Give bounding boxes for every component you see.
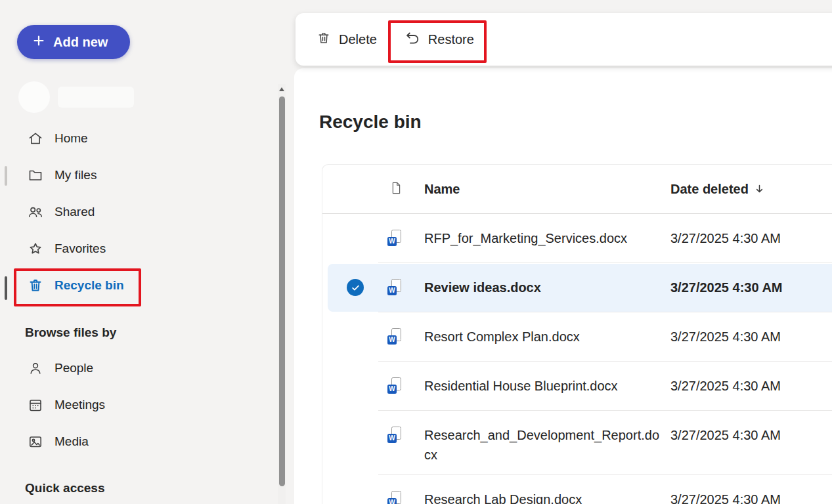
delete-label: Delete bbox=[339, 32, 377, 47]
date-deleted-value: 3/27/2025 4:30 AM bbox=[670, 312, 781, 346]
word-file-icon: W bbox=[387, 279, 401, 295]
sidebar-scrollbar[interactable] bbox=[278, 84, 286, 504]
restore-button[interactable]: Restore bbox=[397, 21, 482, 58]
file-type-cell: W bbox=[378, 475, 424, 504]
page-title: Recycle bin bbox=[319, 109, 422, 135]
home-icon bbox=[28, 131, 43, 146]
header-file-type-cell[interactable] bbox=[378, 165, 424, 198]
file-row[interactable]: W RFP_for_Marketing_Services.docx 3/27/2… bbox=[322, 214, 832, 263]
date-deleted-value: 3/27/2025 4:30 AM bbox=[670, 362, 781, 396]
word-file-icon-letter: W bbox=[387, 237, 397, 246]
main-content: Recycle bin Name Date deleted bbox=[294, 68, 832, 504]
word-file-icon-letter: W bbox=[387, 385, 397, 394]
sidebar-item-label: My files bbox=[55, 168, 97, 182]
word-file-icon: W bbox=[387, 377, 401, 394]
add-new-label: Add new bbox=[53, 35, 108, 50]
date-deleted-value: 3/27/2025 4:30 AM bbox=[670, 411, 781, 445]
word-file-icon-letter: W bbox=[387, 434, 397, 443]
sidebar-item-label: People bbox=[55, 361, 93, 375]
column-header-date-deleted[interactable]: Date deleted bbox=[670, 165, 764, 199]
sidebar-item-media[interactable]: Media bbox=[0, 423, 250, 460]
word-file-icon-letter: W bbox=[387, 498, 397, 504]
file-row[interactable]: W Review ideas.docx 3/27/2025 4:30 AM bbox=[322, 263, 832, 312]
file-name: Resort Complex Plan.docx bbox=[424, 312, 670, 357]
quick-access-header: Quick access bbox=[25, 478, 250, 498]
file-row[interactable]: W Residential House Blueprint.docx 3/27/… bbox=[322, 362, 832, 411]
date-deleted-value: 3/27/2025 4:30 AM bbox=[670, 214, 781, 248]
document-icon bbox=[391, 186, 402, 197]
scroll-up-arrow-icon[interactable] bbox=[279, 87, 284, 91]
sort-descending-icon bbox=[755, 179, 764, 199]
sidebar-item-label: Home bbox=[55, 131, 88, 146]
word-file-icon: W bbox=[387, 328, 401, 345]
browse-files-by-header: Browse files by bbox=[25, 323, 250, 343]
sidebar-item-recycle-bin[interactable]: Recycle bin bbox=[0, 267, 250, 304]
selection-cell[interactable] bbox=[322, 362, 378, 377]
selection-cell[interactable] bbox=[322, 312, 378, 328]
folder-icon bbox=[28, 167, 43, 183]
word-file-icon-letter: W bbox=[387, 286, 397, 295]
column-header-date-label: Date deleted bbox=[670, 179, 749, 199]
star-icon bbox=[28, 241, 43, 257]
file-type-cell: W bbox=[378, 312, 424, 345]
file-type-cell: W bbox=[378, 263, 424, 295]
media-icon bbox=[28, 434, 43, 450]
selection-cell[interactable] bbox=[322, 263, 378, 296]
column-header-name[interactable]: Name bbox=[424, 165, 670, 199]
sidebar-item-label: Meetings bbox=[55, 398, 105, 412]
word-file-icon: W bbox=[387, 427, 401, 443]
file-type-cell: W bbox=[378, 362, 424, 394]
selection-check-icon[interactable] bbox=[347, 279, 364, 296]
sidebar-item-my-files[interactable]: My files bbox=[0, 157, 250, 194]
file-name: Residential House Blueprint.docx bbox=[424, 362, 670, 406]
restore-label: Restore bbox=[428, 32, 474, 47]
table-header-row: Name Date deleted bbox=[322, 165, 832, 214]
sidebar-nav: Home My files Shared Favorites Recycle b… bbox=[0, 120, 250, 304]
recycle-bin-icon bbox=[28, 278, 43, 293]
add-new-button[interactable]: Add new bbox=[17, 25, 130, 59]
sidebar-item-home[interactable]: Home bbox=[0, 120, 250, 157]
people-icon bbox=[28, 204, 43, 220]
profile-skeleton-bar bbox=[58, 87, 134, 108]
toolbar: Delete Restore bbox=[296, 13, 832, 66]
file-type-cell: W bbox=[378, 214, 424, 246]
sidebar-item-meetings[interactable]: Meetings bbox=[0, 387, 250, 423]
file-list: W RFP_for_Marketing_Services.docx 3/27/2… bbox=[322, 214, 832, 504]
file-type-cell: W bbox=[378, 411, 424, 443]
person-icon bbox=[28, 360, 43, 376]
word-file-icon: W bbox=[387, 230, 401, 246]
date-deleted-value: 3/27/2025 4:30 AM bbox=[670, 263, 782, 297]
sidebar-item-label: Media bbox=[55, 434, 89, 449]
plus-icon bbox=[32, 33, 46, 51]
sidebar-item-label: Recycle bin bbox=[55, 278, 124, 293]
profile-skeleton-circle bbox=[18, 81, 50, 113]
file-name: Research_and_Development_Report.docx bbox=[424, 411, 670, 475]
file-name: Review ideas.docx bbox=[424, 263, 670, 308]
sidebar: Add new Home My files Shared bbox=[0, 0, 278, 504]
word-file-icon-letter: W bbox=[387, 335, 397, 345]
sidebar-item-people[interactable]: People bbox=[0, 350, 250, 387]
sidebar-item-favorites[interactable]: Favorites bbox=[0, 230, 250, 267]
selection-cell[interactable] bbox=[322, 475, 378, 491]
file-name: RFP_for_Marketing_Services.docx bbox=[424, 214, 670, 259]
delete-button[interactable]: Delete bbox=[309, 22, 385, 58]
delete-trash-icon bbox=[317, 31, 331, 49]
file-row[interactable]: W Research_and_Development_Report.docx 3… bbox=[322, 411, 832, 475]
scrollbar-thumb[interactable] bbox=[279, 96, 285, 486]
file-row[interactable]: W Resort Complex Plan.docx 3/27/2025 4:3… bbox=[322, 312, 832, 362]
sidebar-item-label: Shared bbox=[55, 205, 95, 219]
recycle-bin-table: Name Date deleted bbox=[322, 164, 832, 504]
sidebar-browse-nav: People Meetings Media bbox=[0, 350, 250, 460]
sidebar-item-shared[interactable]: Shared bbox=[0, 194, 250, 230]
restore-icon bbox=[405, 30, 420, 49]
file-row[interactable]: W Research Lab Design.docx 3/27/2025 4:3… bbox=[322, 475, 832, 504]
word-file-icon: W bbox=[387, 491, 401, 504]
file-name: Research Lab Design.docx bbox=[424, 475, 670, 504]
calendar-icon bbox=[28, 397, 43, 413]
selection-cell[interactable] bbox=[322, 411, 378, 427]
sidebar-item-label: Favorites bbox=[55, 242, 106, 256]
selection-cell[interactable] bbox=[322, 214, 378, 230]
date-deleted-value: 3/27/2025 4:30 AM bbox=[670, 475, 781, 504]
